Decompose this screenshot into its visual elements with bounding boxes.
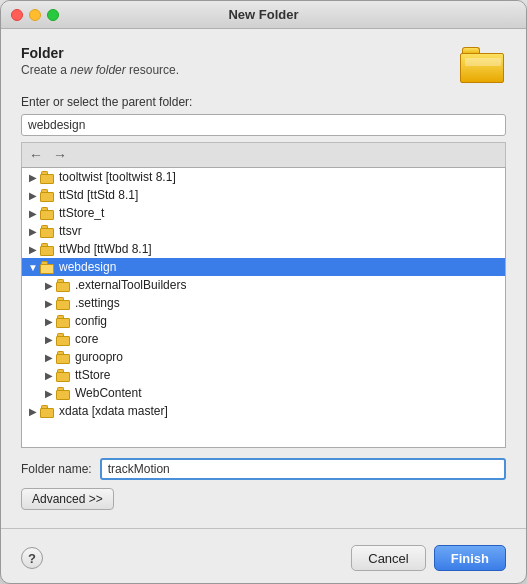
tree-item-label: tooltwist [tooltwist 8.1] [59, 170, 176, 184]
folder-body [40, 174, 54, 184]
tree-item-label: webdesign [59, 260, 116, 274]
maximize-button[interactable] [47, 9, 59, 21]
cancel-button[interactable]: Cancel [351, 545, 425, 571]
finish-button[interactable]: Finish [434, 545, 506, 571]
folder-body [40, 264, 54, 274]
parent-folder-input[interactable] [21, 114, 506, 136]
folder-icon [56, 297, 72, 310]
subtitle-plain: Create a [21, 63, 70, 77]
folder-body [40, 192, 54, 202]
section-subtitle: Create a new folder resource. [21, 63, 506, 77]
tree-item-label: ttsvr [59, 224, 82, 238]
folder-body [40, 210, 54, 220]
folder-icon [40, 207, 56, 220]
tree-item-label: ttStore_t [59, 206, 104, 220]
folder-name-label: Folder name: [21, 462, 92, 476]
tree-item[interactable]: ▶xdata [xdata master] [22, 402, 505, 420]
header-area: Folder Create a new folder resource. [21, 45, 506, 81]
tree-item[interactable]: ▶ttsvr [22, 222, 505, 240]
folder-body [56, 390, 70, 400]
folder-icon [56, 333, 72, 346]
tree-item[interactable]: ▶guroopro [22, 348, 505, 366]
title-bar: New Folder [1, 1, 526, 29]
close-button[interactable] [11, 9, 23, 21]
folder-icon [56, 279, 72, 292]
folder-body [56, 372, 70, 382]
tree-toggle-icon: ▶ [42, 388, 56, 399]
folder-body [40, 228, 54, 238]
dialog-content: Folder Create a new folder resource. Ent… [1, 29, 526, 520]
tree-toggle-icon: ▶ [26, 208, 40, 219]
tree-item[interactable]: ▶.settings [22, 294, 505, 312]
folder-body [40, 246, 54, 256]
tree-item-label: ttStd [ttStd 8.1] [59, 188, 138, 202]
folder-icon [460, 45, 506, 83]
window-controls [11, 9, 59, 21]
tree-item-label: .settings [75, 296, 120, 310]
tree-item[interactable]: ▼webdesign [22, 258, 505, 276]
tree-toggle-icon: ▶ [42, 316, 56, 327]
folder-icon [56, 315, 72, 328]
folder-icon [40, 243, 56, 256]
footer-buttons: Cancel Finish [351, 545, 506, 571]
file-tree[interactable]: ▶tooltwist [tooltwist 8.1]▶ttStd [ttStd … [21, 167, 506, 448]
tree-toggle-icon: ▶ [42, 370, 56, 381]
tree-item[interactable]: ▶tooltwist [tooltwist 8.1] [22, 168, 505, 186]
tree-item-label: WebContent [75, 386, 142, 400]
bottom-section: Folder name: Advanced >> [21, 458, 506, 510]
footer: ? Cancel Finish [1, 537, 526, 583]
tree-item-label: core [75, 332, 98, 346]
tree-toolbar: ← → [21, 142, 506, 167]
tree-item[interactable]: ▶ttStore [22, 366, 505, 384]
tree-item-label: .externalToolBuilders [75, 278, 186, 292]
tree-item-label: xdata [xdata master] [59, 404, 168, 418]
tree-item[interactable]: ▶ttStd [ttStd 8.1] [22, 186, 505, 204]
folder-icon [40, 171, 56, 184]
window-title: New Folder [228, 7, 298, 22]
tree-item-label: config [75, 314, 107, 328]
folder-icon [56, 387, 72, 400]
folder-icon [40, 225, 56, 238]
section-header: Folder Create a new folder resource. [21, 45, 506, 77]
tree-item[interactable]: ▶config [22, 312, 505, 330]
tree-item[interactable]: ▶.externalToolBuilders [22, 276, 505, 294]
folder-body [460, 53, 504, 83]
tree-toggle-icon: ▶ [42, 352, 56, 363]
tree-item[interactable]: ▶ttWbd [ttWbd 8.1] [22, 240, 505, 258]
tree-toggle-icon: ▶ [26, 226, 40, 237]
tree-toggle-icon: ▶ [26, 190, 40, 201]
folder-name-input[interactable] [100, 458, 506, 480]
tree-toggle-icon: ▶ [26, 172, 40, 183]
new-folder-dialog: New Folder Folder Create a new folder re… [0, 0, 527, 584]
folder-body [56, 354, 70, 364]
tree-toggle-icon: ▶ [26, 244, 40, 255]
minimize-button[interactable] [29, 9, 41, 21]
toolbar-back-button[interactable]: ← [26, 146, 46, 164]
section-title: Folder [21, 45, 506, 61]
tree-toggle-icon: ▶ [42, 334, 56, 345]
folder-icon [56, 369, 72, 382]
folder-icon [40, 189, 56, 202]
subtitle-rest: resource. [126, 63, 179, 77]
folder-body [56, 300, 70, 310]
tree-toggle-icon: ▶ [26, 406, 40, 417]
folder-body [40, 408, 54, 418]
tree-item[interactable]: ▶core [22, 330, 505, 348]
help-button[interactable]: ? [21, 547, 43, 569]
tree-item[interactable]: ▶ttStore_t [22, 204, 505, 222]
tree-item-label: guroopro [75, 350, 123, 364]
toolbar-forward-button[interactable]: → [50, 146, 70, 164]
tree-wrapper: ← → ▶tooltwist [tooltwist 8.1]▶ttStd [tt… [21, 142, 506, 448]
folder-icon [40, 261, 56, 274]
folder-name-row: Folder name: [21, 458, 506, 480]
subtitle-em: new folder [70, 63, 125, 77]
folder-body [56, 318, 70, 328]
advanced-button[interactable]: Advanced >> [21, 488, 114, 510]
folder-body [56, 282, 70, 292]
tree-toggle-icon: ▶ [42, 280, 56, 291]
folder-shine [465, 58, 501, 66]
tree-item[interactable]: ▶WebContent [22, 384, 505, 402]
tree-item-label: ttWbd [ttWbd 8.1] [59, 242, 152, 256]
folder-body [56, 336, 70, 346]
parent-folder-label: Enter or select the parent folder: [21, 95, 506, 109]
